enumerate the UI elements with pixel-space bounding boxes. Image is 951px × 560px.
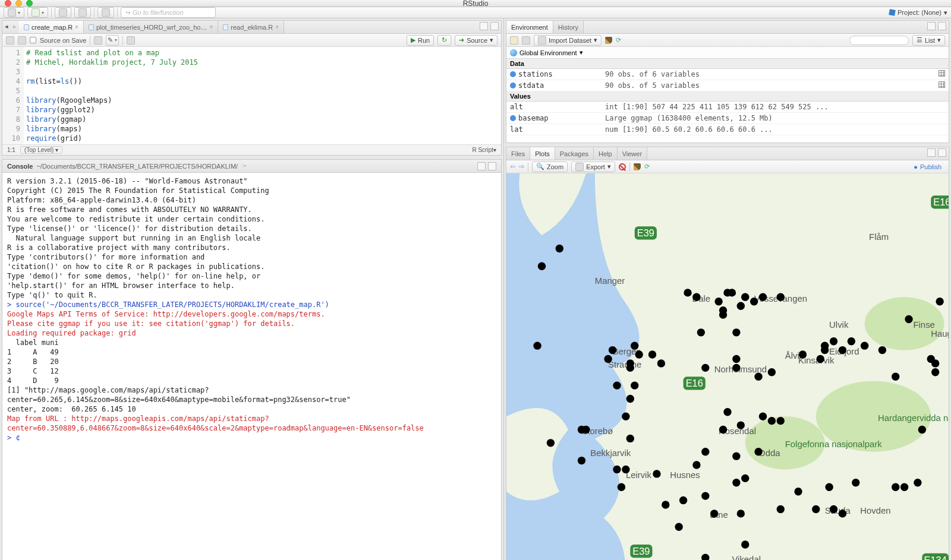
source-button[interactable]: ➔Source▾ <box>455 35 497 46</box>
forward-button[interactable]: ▸ <box>11 21 19 31</box>
env-values-header: Values <box>506 91 949 102</box>
save-icon[interactable] <box>18 36 26 45</box>
console-output[interactable]: R version 3.2.1 (2015-06-18) -- "World-F… <box>2 173 501 560</box>
svg-point-92 <box>719 426 727 434</box>
tab-label: plot_timeseries_HORD_wrf_zoo_ho… <box>96 24 207 31</box>
svg-point-76 <box>657 359 665 367</box>
svg-point-83 <box>613 466 621 473</box>
minimize-pane-button[interactable] <box>927 22 936 30</box>
new-project-button[interactable]: ▾ <box>27 7 48 18</box>
wand-button[interactable]: ✎ ▾ <box>106 35 119 46</box>
view-mode-button[interactable]: ☰ List▾ <box>912 35 945 46</box>
run-button[interactable]: ▶Run <box>407 35 434 46</box>
code-content[interactable]: # Read tslist and plot on a map # Michel… <box>24 47 501 144</box>
minimize-pane-button[interactable] <box>927 148 936 157</box>
svg-point-101 <box>701 492 709 499</box>
zoom-window-button[interactable] <box>26 0 33 7</box>
source-on-save-checkbox[interactable] <box>30 37 36 43</box>
svg-point-124 <box>547 439 555 447</box>
console-title: Console <box>7 163 33 170</box>
svg-point-93 <box>723 408 731 416</box>
map-plot: E39 E16 E16 E39 E134 BergenVossevangenOd… <box>506 173 949 560</box>
prev-plot-button[interactable]: ⇦ <box>510 163 515 170</box>
save-workspace-icon[interactable] <box>522 36 530 45</box>
close-tab-icon[interactable]: × <box>275 24 279 30</box>
refresh-icon[interactable]: ⟳ <box>616 36 621 44</box>
wd-popup-icon[interactable]: ☞ <box>241 162 247 170</box>
tab-plots[interactable]: Plots <box>530 147 555 160</box>
svg-text:Hovden: Hovden <box>860 506 890 515</box>
env-scope-selector[interactable]: Global Environment ▾ <box>506 47 949 59</box>
svg-point-61 <box>821 346 829 354</box>
env-row[interactable]: latnum [1:90] 60.5 60.2 60.6 60.6 60.6 .… <box>506 124 949 135</box>
separator <box>51 8 52 17</box>
svg-point-87 <box>692 461 700 469</box>
popup-icon[interactable] <box>6 36 14 45</box>
goto-file-function-input[interactable]: ↪ Go to file/function <box>121 7 216 18</box>
maximize-pane-button[interactable] <box>938 22 946 30</box>
tab-help[interactable]: Help <box>594 147 618 160</box>
scope-selector[interactable]: (Top Level) ▾ <box>20 146 62 154</box>
tab-environment[interactable]: Environment <box>506 21 553 33</box>
export-button[interactable]: Export▾ <box>571 162 615 172</box>
svg-point-74 <box>631 381 638 389</box>
env-value: int [1:90] 507 44 225 411 105 139 612 62… <box>605 103 936 111</box>
env-row[interactable]: altint [1:90] 507 44 225 411 105 139 612… <box>506 102 949 113</box>
env-row[interactable]: basemapLarge ggmap (1638400 elements, 12… <box>506 113 949 124</box>
compile-notebook-icon[interactable] <box>127 36 135 45</box>
tab-create-map[interactable]: create_map.R × <box>19 21 84 33</box>
plot-viewport[interactable]: E39 E16 E16 E39 E134 BergenVossevangenOd… <box>506 173 949 560</box>
view-data-icon[interactable] <box>939 81 945 88</box>
window-title: RStudio <box>463 0 489 8</box>
env-search-input[interactable] <box>849 36 909 45</box>
tab-packages[interactable]: Packages <box>555 147 594 160</box>
close-tab-icon[interactable]: × <box>209 24 213 30</box>
svg-point-105 <box>777 505 785 513</box>
find-icon[interactable] <box>94 36 102 45</box>
clear-all-plots-icon[interactable] <box>634 163 641 170</box>
expand-icon[interactable] <box>510 83 516 88</box>
project-menu[interactable]: Project: (None) ▾ <box>889 9 947 17</box>
print-button[interactable] <box>97 7 114 18</box>
tab-read-eklima[interactable]: read_eklima.R × <box>218 21 284 33</box>
maximize-pane-button[interactable] <box>488 162 496 170</box>
close-tab-icon[interactable]: × <box>75 24 78 30</box>
export-icon <box>575 163 584 171</box>
svg-text:Norheimsund: Norheimsund <box>714 365 767 374</box>
import-dataset-button[interactable]: Import Dataset▾ <box>534 35 602 46</box>
console-path: ~/Documents/BCCR_TRANSFER_LATER/PROJECTS… <box>36 163 238 170</box>
tab-label: create_map.R <box>32 24 73 31</box>
tab-history[interactable]: History <box>553 21 584 33</box>
svg-point-89 <box>754 448 762 455</box>
expand-icon[interactable] <box>510 71 516 77</box>
close-window-button[interactable] <box>5 0 11 7</box>
save-all-button[interactable] <box>74 7 91 18</box>
back-button[interactable]: ◂ <box>2 21 11 31</box>
rerun-button[interactable]: ↻ <box>437 35 451 46</box>
env-row[interactable]: stations90 obs. of 6 variables <box>506 69 949 80</box>
env-row[interactable]: stdata90 obs. of 5 variables <box>506 80 949 91</box>
code-editor[interactable]: 12345678910 # Read tslist and plot on a … <box>2 47 501 144</box>
minimize-pane-button[interactable] <box>480 22 488 30</box>
maximize-pane-button[interactable] <box>490 22 499 30</box>
expand-icon[interactable] <box>510 115 516 121</box>
minimize-pane-button[interactable] <box>477 162 486 170</box>
maximize-pane-button[interactable] <box>938 148 946 157</box>
new-file-button[interactable]: ▾ <box>4 7 24 18</box>
refresh-plot-icon[interactable]: ⟳ <box>644 163 650 170</box>
view-data-icon[interactable] <box>939 70 945 77</box>
tab-viewer[interactable]: Viewer <box>618 147 647 160</box>
minimize-window-button[interactable] <box>15 0 22 7</box>
publish-button[interactable]: ● Publish <box>910 162 945 172</box>
tab-files[interactable]: Files <box>506 147 530 160</box>
next-plot-button[interactable]: ⇨ <box>519 163 524 170</box>
file-type: R Script <box>472 147 493 153</box>
svg-point-75 <box>648 350 656 358</box>
clear-workspace-icon[interactable] <box>605 37 612 44</box>
tab-plot-timeseries[interactable]: plot_timeseries_HORD_wrf_zoo_ho… × <box>84 21 218 33</box>
open-file-button[interactable] <box>55 7 71 18</box>
load-workspace-icon[interactable] <box>510 36 518 45</box>
zoom-button[interactable]: 🔍 Zoom <box>532 162 568 172</box>
svg-point-48 <box>750 298 758 305</box>
remove-plot-icon[interactable] <box>619 163 626 170</box>
